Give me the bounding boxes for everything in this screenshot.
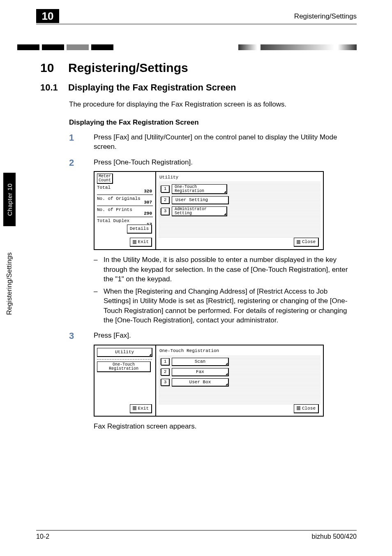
step-2-note-a: In the Utility Mode, it is also possible… [94, 255, 357, 284]
utility-title: Utility [159, 174, 321, 182]
page-footer: 10-2 bizhub 500/420 [36, 530, 357, 540]
administrator-setting-button[interactable]: Administrator Setting [172, 206, 227, 216]
running-head: Registering/Settings [294, 12, 357, 21]
menu-number: 1 [161, 185, 170, 193]
step-number: 3 [69, 330, 85, 342]
prints-label: No. of Prints [97, 207, 132, 213]
step-3: 3 Press [Fax]. Utility One-Touch Registr… [69, 331, 357, 431]
decorative-bar-row [17, 44, 357, 50]
menu-number: 2 [161, 197, 170, 204]
step-2-note-b: When the [Registering and Changing Addre… [94, 287, 357, 325]
step-number: 2 [69, 157, 85, 169]
nav-pane: Utility One-Touch Registration Exit [95, 345, 156, 416]
duplex-label: Total Duplex [97, 218, 129, 224]
step-text: Press [One-Touch Registration]. [94, 158, 193, 166]
step-text: Press [Fax] and [Utility/Counter] on the… [94, 133, 337, 151]
fax-button[interactable]: Fax [172, 368, 229, 376]
menu-area: 1 One-Touch Registration 2 User Setting … [159, 182, 321, 238]
scan-button[interactable]: Scan [172, 358, 229, 366]
menu-number: 3 [161, 208, 170, 215]
menu-number: 2 [161, 368, 170, 376]
utility-nav-button[interactable]: Utility [97, 348, 152, 357]
chapter-number: 10 [40, 61, 68, 75]
page-number: 10-2 [36, 533, 49, 540]
originals-value: 307 [144, 199, 152, 206]
utility-screen: Meter Count Total320 No. of Originals307… [94, 171, 324, 250]
utility-menu-pane: Utility 1 One-Touch Registration 2 User … [156, 172, 323, 249]
header-rule [36, 24, 357, 24]
step-2: 2 Press [One-Touch Registration]. Meter … [69, 158, 357, 325]
prints-value: 290 [144, 211, 152, 217]
step-3-result: Fax Registration screen appears. [94, 422, 357, 431]
originals-label: No. of Originals [97, 196, 141, 202]
close-button[interactable]: Close [294, 404, 319, 413]
menu-area: 1 Scan 2 Fax 3 User Box [159, 355, 321, 404]
menu-number: 1 [161, 358, 170, 366]
details-button[interactable]: Details [127, 225, 152, 234]
one-touch-registration-button[interactable]: One-Touch Registration [172, 184, 227, 194]
total-value: 320 [144, 188, 152, 195]
side-chapter-tab: Chapter 10 [3, 173, 16, 226]
user-setting-button[interactable]: User Setting [172, 196, 229, 204]
section-heading: 10.1Displaying the Fax Registration Scre… [40, 82, 357, 93]
one-touch-registration-nav-button[interactable]: One-Touch Registration [97, 361, 151, 372]
model-name: bizhub 500/420 [312, 533, 357, 540]
step-1: 1 Press [Fax] and [Utility/Counter] on t… [69, 132, 357, 152]
nav-separator [97, 359, 153, 360]
one-touch-registration-screen: Utility One-Touch Registration Exit One-… [94, 345, 324, 417]
section-number: 10.1 [40, 82, 68, 93]
chapter-heading: 10Registering/Settings [40, 61, 357, 75]
exit-button[interactable]: Exit [130, 238, 152, 247]
side-label: Chapter 10 Registering/Settings [0, 173, 18, 345]
total-label: Total [97, 185, 111, 191]
chapter-title-text: Registering/Settings [68, 61, 188, 74]
subsection-heading: Displaying the Fax Registration Screen [69, 118, 357, 127]
menu-number: 3 [161, 379, 170, 386]
registration-title: One-Touch Registration [159, 347, 321, 356]
step-number: 1 [69, 132, 85, 144]
section-intro: The procedure for displaying the Fax Reg… [69, 100, 357, 109]
close-button[interactable]: Close [294, 238, 319, 247]
user-box-button[interactable]: User Box [172, 378, 229, 387]
section-title-text: Displaying the Fax Registration Screen [68, 82, 236, 93]
exit-button[interactable]: Exit [130, 404, 152, 413]
registration-menu-pane: One-Touch Registration 1 Scan 2 Fax [156, 345, 323, 416]
side-chapter-text: Registering/Settings [3, 230, 16, 337]
chapter-tab: 10 [36, 9, 59, 23]
step-text: Press [Fax]. [94, 331, 131, 339]
meter-count-pane: Meter Count Total320 No. of Originals307… [95, 172, 156, 249]
meter-count-button[interactable]: Meter Count [97, 174, 113, 184]
